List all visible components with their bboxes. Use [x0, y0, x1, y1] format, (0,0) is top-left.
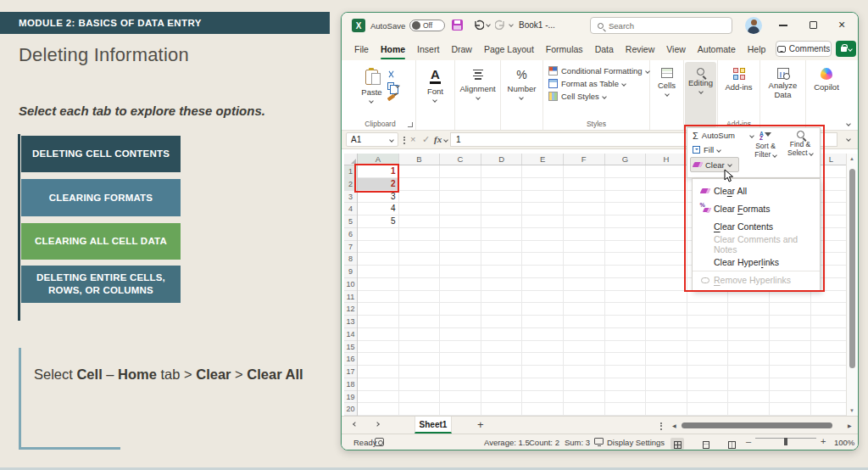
cell-B5[interactable]	[399, 215, 441, 228]
page-layout-view-button[interactable]	[699, 438, 713, 450]
cell-H19[interactable]	[646, 391, 687, 404]
cell-H6[interactable]	[646, 228, 687, 241]
cell-H5[interactable]	[646, 215, 687, 228]
cell-A11[interactable]	[358, 291, 399, 304]
ribbon-tab-draw[interactable]: Draw	[445, 38, 478, 60]
cell-H14[interactable]	[646, 328, 687, 341]
page-break-view-button[interactable]	[725, 438, 738, 450]
cell-K13[interactable]	[770, 316, 811, 328]
cell-G18[interactable]	[605, 378, 647, 391]
cell-F15[interactable]	[564, 341, 605, 354]
cell-G9[interactable]	[605, 266, 647, 278]
cell-H18[interactable]	[646, 378, 687, 391]
cell-H10[interactable]	[646, 278, 687, 291]
alignment-button[interactable]: Alignment	[459, 68, 495, 99]
cell-A7[interactable]	[358, 241, 399, 254]
cell-D5[interactable]	[481, 215, 523, 228]
cell-J11[interactable]	[728, 291, 770, 304]
name-box[interactable]: A1	[346, 132, 398, 147]
cell-B13[interactable]	[399, 316, 441, 328]
cell-K15[interactable]	[770, 341, 811, 354]
cell-C18[interactable]	[440, 378, 481, 391]
cell-B19[interactable]	[399, 391, 441, 404]
cell-L18[interactable]	[811, 378, 848, 391]
cell-D18[interactable]	[481, 378, 523, 391]
sheet-options-icon[interactable]	[660, 421, 662, 431]
horizontal-scroll-thumb[interactable]	[682, 422, 832, 428]
autosave-toggle[interactable]: Off	[409, 20, 445, 31]
cell-C6[interactable]	[440, 228, 481, 241]
minimize-button[interactable]	[779, 25, 787, 26]
cell-G19[interactable]	[605, 391, 647, 404]
cell-D2[interactable]	[481, 178, 523, 191]
cell-A19[interactable]	[358, 391, 399, 404]
row-header-11[interactable]: 11	[344, 291, 357, 304]
scroll-left-icon[interactable]: ◀	[672, 422, 676, 428]
cell-C1[interactable]	[440, 165, 481, 178]
cell-C7[interactable]	[440, 241, 481, 254]
cell-H20[interactable]	[646, 403, 687, 416]
cell-J18[interactable]	[728, 378, 770, 391]
cell-B7[interactable]	[399, 241, 441, 254]
cell-B10[interactable]	[399, 278, 441, 291]
cell-C11[interactable]	[440, 291, 481, 304]
previous-sheet-icon[interactable]	[353, 422, 358, 427]
cell-D13[interactable]	[481, 316, 523, 328]
cell-A14[interactable]	[358, 328, 399, 341]
cell-A20[interactable]	[358, 403, 399, 416]
cell-F3[interactable]	[564, 191, 605, 204]
avatar[interactable]	[745, 17, 762, 34]
column-header-B[interactable]: B	[399, 154, 441, 165]
cells-button[interactable]: Cells	[658, 68, 676, 96]
cell-G4[interactable]	[605, 203, 647, 215]
menu-item-clear-hyperlinks[interactable]: Clear Hyperlinks	[693, 253, 820, 271]
cell-A17[interactable]	[358, 366, 399, 378]
cell-H13[interactable]	[646, 316, 687, 328]
row-header-5[interactable]: 5	[344, 215, 357, 228]
cell-A12[interactable]	[358, 303, 399, 316]
cell-D15[interactable]	[481, 341, 523, 354]
cell-K12[interactable]	[770, 303, 811, 316]
cell-F12[interactable]	[564, 303, 605, 316]
cell-G5[interactable]	[605, 215, 647, 228]
cell-K18[interactable]	[770, 378, 811, 391]
cell-D17[interactable]	[481, 366, 523, 378]
cell-K20[interactable]	[770, 403, 811, 416]
row-header-10[interactable]: 10	[344, 278, 357, 291]
cell-A9[interactable]	[358, 266, 399, 278]
cell-E20[interactable]	[522, 403, 564, 416]
cell-B6[interactable]	[399, 228, 441, 241]
sort-filter-button[interactable]: AZ Sort & Filter	[750, 131, 781, 159]
cell-B9[interactable]	[399, 266, 441, 278]
cell-L12[interactable]	[811, 303, 848, 316]
cell-G13[interactable]	[605, 316, 647, 328]
cell-A6[interactable]	[358, 228, 399, 241]
vertical-scroll-thumb[interactable]	[849, 169, 855, 368]
undo-button[interactable]	[473, 19, 484, 30]
scroll-right-icon[interactable]: ▶	[848, 422, 852, 428]
cell-B2[interactable]	[399, 178, 441, 191]
cell-F2[interactable]	[564, 178, 605, 191]
paste-button[interactable]: Paste	[361, 70, 381, 104]
zoom-in-button[interactable]: +	[821, 436, 826, 446]
sheet-tab-sheet1[interactable]: Sheet1	[415, 417, 452, 434]
cell-K19[interactable]	[770, 391, 811, 404]
conditional-formatting-button[interactable]: Conditional Formatting	[543, 64, 649, 77]
cell-E18[interactable]	[522, 378, 564, 391]
cell-L15[interactable]	[811, 341, 848, 354]
accessibility-icon[interactable]	[375, 438, 384, 446]
cell-F8[interactable]	[564, 253, 605, 266]
analyze-data-button[interactable]: Analyze Data	[769, 68, 798, 99]
cell-B17[interactable]	[399, 366, 441, 378]
cell-H17[interactable]	[646, 366, 687, 378]
find-select-button[interactable]: Find & Select	[785, 131, 815, 159]
column-header-H[interactable]: H	[646, 154, 687, 165]
cell-E2[interactable]	[522, 178, 564, 191]
cell-B3[interactable]	[399, 191, 441, 204]
cell-A16[interactable]	[358, 353, 399, 366]
font-button[interactable]: A Font	[427, 68, 443, 102]
dialog-launcher-icon[interactable]	[408, 122, 413, 127]
cell-J17[interactable]	[728, 366, 770, 378]
cell-H7[interactable]	[646, 241, 687, 254]
cell-D20[interactable]	[481, 403, 523, 416]
